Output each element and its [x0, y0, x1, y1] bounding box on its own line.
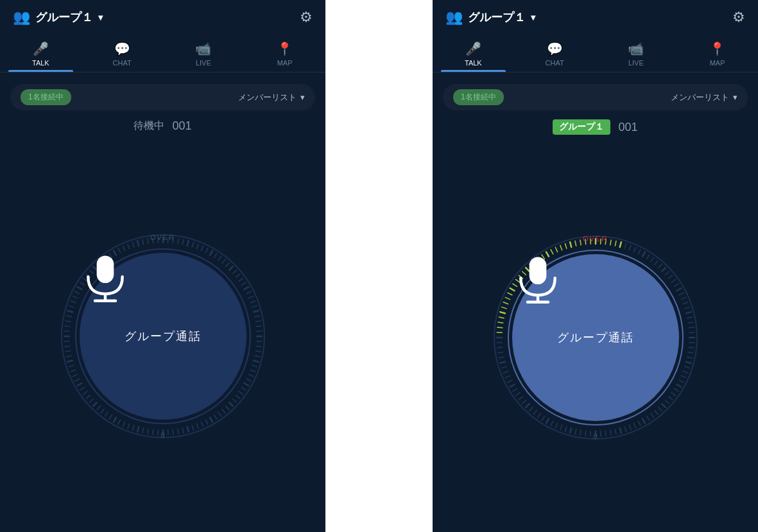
svg-line-117 [142, 239, 143, 245]
mic-icon-1 [80, 253, 131, 304]
status-text-1: 待機中 [134, 119, 164, 133]
svg-line-49 [218, 412, 221, 416]
svg-line-57 [182, 428, 184, 433]
svg-line-166 [676, 384, 681, 387]
tab-talk-label-1: TALK [32, 59, 49, 67]
svg-line-151 [686, 312, 691, 313]
zero-label-1: 0 [160, 431, 164, 439]
svg-line-65 [142, 428, 143, 433]
svg-line-28 [255, 321, 261, 322]
svg-line-201 [526, 404, 530, 408]
svg-line-20 [241, 282, 246, 285]
svg-line-238 [555, 247, 557, 252]
svg-line-132 [624, 243, 626, 248]
svg-line-89 [64, 346, 69, 347]
svg-line-17 [232, 270, 236, 273]
svg-line-138 [650, 257, 653, 261]
svg-line-68 [127, 424, 129, 428]
svg-line-144 [671, 279, 675, 282]
svg-line-163 [683, 371, 687, 373]
tab-talk-2[interactable]: 🎤 TALK [433, 35, 514, 72]
svg-line-130 [615, 241, 616, 246]
svg-line-143 [668, 275, 672, 279]
svg-line-98 [71, 301, 75, 303]
tabs-2: 🎤 TALK 💬 CHAT 📹 LIVE 📍 MAP [433, 35, 758, 73]
gear-icon-2[interactable]: ⚙ [732, 9, 745, 26]
tab-chat-label-2: CHAT [546, 59, 564, 67]
member-list-btn-2[interactable]: メンバーリスト ▾ [671, 92, 737, 103]
ptt-area-1: OVER 0 グループ通話 [0, 141, 325, 532]
svg-line-50 [214, 415, 216, 419]
chevron-down-icon-1: ▾ [98, 12, 103, 22]
tab-talk-label-2: TALK [465, 59, 482, 67]
svg-line-167 [674, 388, 678, 391]
tab-map-label-2: MAP [710, 59, 725, 67]
member-list-btn-1[interactable]: メンバーリスト ▾ [238, 92, 305, 103]
svg-line-240 [565, 243, 566, 248]
svg-line-164 [681, 375, 685, 377]
ptt-area-2: OVER 0 グループ通話 [433, 142, 758, 532]
svg-line-78 [86, 395, 90, 399]
svg-line-152 [687, 316, 692, 318]
tab-live-label-2: LIVE [628, 59, 644, 67]
svg-line-180 [624, 426, 626, 431]
tab-live-1[interactable]: 📹 LIVE [163, 35, 245, 72]
svg-line-5 [182, 239, 184, 245]
svg-line-43 [239, 391, 243, 395]
svg-line-84 [71, 370, 75, 372]
tab-map-1[interactable]: 📍 MAP [244, 35, 325, 72]
panel-2: 👥 グループ１ ▾ ⚙ 🎤 TALK 💬 CHAT 📹 LIVE 📍 MAP 1… [433, 0, 758, 532]
svg-line-189 [580, 430, 580, 435]
tab-map-2[interactable]: 📍 MAP [676, 35, 758, 72]
dial-ring-1: OVER 0 グループ通話 [54, 227, 272, 445]
svg-line-72 [109, 415, 112, 419]
tab-live-2[interactable]: 📹 LIVE [596, 35, 677, 72]
svg-line-21 [244, 287, 248, 289]
svg-line-114 [127, 244, 129, 248]
tab-talk-1[interactable]: 🎤 TALK [0, 35, 82, 72]
svg-line-41 [244, 383, 248, 386]
svg-line-173 [654, 410, 657, 414]
svg-line-15 [225, 263, 228, 267]
ptt-button-2[interactable]: グループ通話 [512, 254, 679, 421]
svg-line-76 [93, 402, 97, 406]
chat-tab-icon-2: 💬 [547, 41, 563, 56]
svg-line-53 [201, 422, 203, 426]
svg-line-133 [629, 245, 631, 250]
svg-line-192 [565, 426, 566, 431]
svg-line-242 [574, 241, 576, 246]
svg-line-85 [69, 365, 74, 366]
svg-line-118 [147, 239, 148, 244]
tab-live-label-1: LIVE [196, 59, 211, 67]
svg-line-113 [123, 246, 125, 250]
tab-chat-2[interactable]: 💬 CHAT [514, 35, 596, 72]
svg-line-16 [229, 266, 233, 270]
svg-line-179 [629, 425, 631, 429]
ptt-button-1[interactable]: グループ通話 [80, 253, 246, 420]
svg-line-81 [77, 383, 82, 386]
svg-line-188 [585, 431, 585, 436]
svg-line-198 [537, 413, 540, 417]
status-text-row-2: グループ１ 001 [433, 119, 758, 135]
svg-line-210 [501, 366, 506, 368]
svg-line-161 [686, 361, 691, 363]
svg-line-67 [132, 425, 134, 431]
call-id-1: 001 [172, 119, 191, 133]
svg-line-29 [256, 326, 261, 327]
header-left-2[interactable]: 👥 グループ１ ▾ [445, 9, 535, 26]
gear-icon-1[interactable]: ⚙ [300, 9, 313, 26]
svg-line-223 [503, 302, 508, 304]
svg-line-149 [683, 302, 687, 304]
svg-line-154 [689, 327, 694, 327]
mic-icon-2 [512, 254, 564, 305]
svg-line-182 [615, 429, 616, 434]
tab-chat-1[interactable]: 💬 CHAT [82, 35, 163, 72]
svg-line-174 [650, 413, 653, 417]
svg-line-55 [192, 425, 193, 431]
svg-line-177 [638, 421, 641, 425]
svg-line-14 [221, 259, 225, 263]
connected-badge-1: 1名接続中 [21, 89, 71, 105]
svg-line-158 [689, 347, 694, 348]
header-left-1[interactable]: 👥 グループ１ ▾ [13, 9, 103, 26]
svg-line-45 [232, 399, 236, 402]
